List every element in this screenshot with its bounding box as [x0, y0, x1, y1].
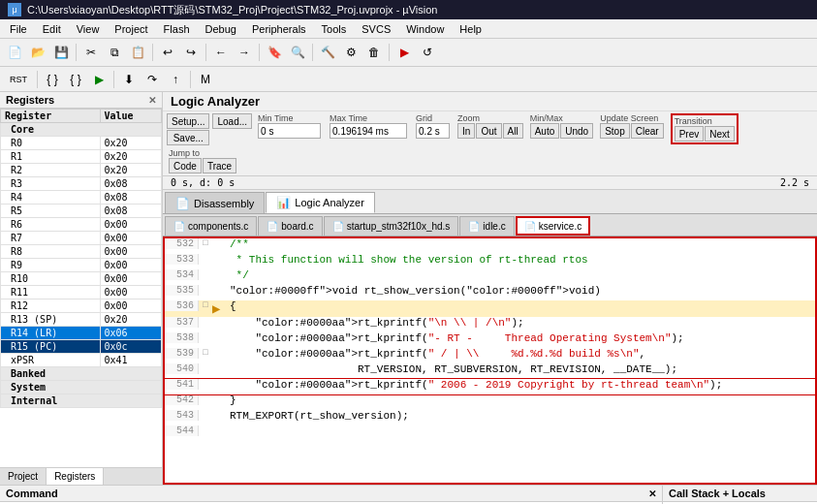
table-row[interactable]: R70x00 — [1, 232, 162, 245]
panel-tab-project[interactable]: Project — [0, 468, 47, 485]
tb-debug[interactable]: ▶ — [393, 42, 415, 63]
auto-button[interactable]: Auto — [530, 123, 560, 139]
tb-nav-fwd[interactable]: → — [234, 42, 255, 63]
tb-paste[interactable]: 📋 — [127, 42, 148, 63]
line-number: 539 — [165, 348, 199, 359]
tb-run[interactable]: ▶ — [88, 69, 110, 90]
line-code[interactable]: RT_VERSION, RT_SUBVERSION, RT_REVISION, … — [226, 363, 815, 375]
line-code[interactable]: } — [226, 394, 815, 406]
undo-button[interactable]: Undo — [560, 123, 593, 139]
tb-build[interactable]: 🔨 — [317, 42, 338, 63]
clear-button[interactable]: Clear — [631, 123, 664, 139]
line-code[interactable]: */ — [226, 269, 815, 281]
table-row: 539□ "color:#0000aa">rt_kprintf(" / | \\… — [165, 348, 815, 363]
table-row[interactable]: R100x00 — [1, 272, 162, 286]
tb-new[interactable]: 📄 — [4, 42, 25, 63]
doc-tab-startup[interactable]: 📄 startup_stm32f10x_hd.s — [324, 216, 459, 236]
reg-name: R15 (PC) — [1, 340, 101, 354]
table-row[interactable]: R10x20 — [1, 150, 162, 164]
line-code[interactable]: * This function will show the version of… — [226, 254, 815, 266]
menu-edit[interactable]: Edit — [35, 21, 69, 37]
line-code[interactable]: "color:#0000ff">void rt_show_version("co… — [226, 285, 815, 297]
next-button[interactable]: Next — [705, 126, 735, 142]
table-row[interactable]: R30x08 — [1, 177, 162, 191]
tb-cut[interactable]: ✂ — [80, 42, 102, 63]
table-row[interactable]: R60x00 — [1, 218, 162, 232]
code-content[interactable]: 532□/**533 * This function will show the… — [165, 238, 815, 483]
line-code[interactable]: "color:#0000aa">rt_kprintf(" / | \\ %d.%… — [226, 348, 815, 360]
tab-disassembly[interactable]: 📄 Disassembly — [165, 192, 265, 213]
tb-nav-back[interactable]: ← — [210, 42, 232, 63]
grid-input[interactable] — [416, 123, 450, 139]
doc-tab-components[interactable]: 📄 components.c — [165, 216, 257, 236]
save-button[interactable]: Save... — [167, 130, 209, 145]
table-row[interactable]: R20x20 — [1, 164, 162, 177]
line-code[interactable]: RTM_EXPORT(rt_show_version); — [226, 410, 815, 422]
doc-tab-board[interactable]: 📄 board.c — [258, 216, 322, 236]
stop-button[interactable]: Stop — [600, 123, 630, 139]
tb-rst[interactable]: RST — [4, 69, 33, 90]
line-marker: ▶ — [212, 300, 226, 317]
menu-svcs[interactable]: SVCS — [354, 21, 398, 37]
tb-step-out[interactable]: ↑ — [165, 69, 186, 90]
menu-project[interactable]: Project — [107, 21, 155, 37]
menu-view[interactable]: View — [69, 21, 108, 37]
max-time-input[interactable] — [330, 123, 407, 139]
menu-help[interactable]: Help — [452, 21, 489, 37]
tab-logic-analyzer[interactable]: 📊 Logic Analyzer — [266, 192, 375, 213]
setup-button[interactable]: Setup... — [167, 113, 209, 129]
line-code[interactable]: "color:#0000aa">rt_kprintf(" 2006 - 2019… — [226, 379, 815, 391]
table-row[interactable]: R13 (SP)0x20 — [1, 313, 162, 327]
zoom-all-button[interactable]: All — [503, 123, 523, 139]
tb-reset[interactable]: ↺ — [417, 42, 438, 63]
menu-tools[interactable]: Tools — [314, 21, 355, 37]
tb-brk2[interactable]: { } — [65, 69, 86, 90]
tb-step-over[interactable]: ↷ — [141, 69, 163, 90]
menu-window[interactable]: Window — [398, 21, 452, 37]
menu-flash[interactable]: Flash — [156, 21, 198, 37]
tb-save[interactable]: 💾 — [50, 42, 72, 63]
prev-button[interactable]: Prev — [675, 126, 705, 142]
code-button[interactable]: Code — [169, 158, 202, 173]
tb-clean[interactable]: 🗑 — [363, 42, 385, 63]
line-code[interactable]: /** — [226, 238, 815, 250]
table-row[interactable]: R120x00 — [1, 299, 162, 313]
tb-redo[interactable]: ↪ — [180, 42, 202, 63]
table-row[interactable]: R50x08 — [1, 205, 162, 218]
table-row[interactable]: R90x00 — [1, 259, 162, 272]
table-row[interactable]: xPSR0x41 — [1, 354, 162, 367]
table-row[interactable]: R40x08 — [1, 191, 162, 205]
table-row[interactable]: R15 (PC)0x0c — [1, 340, 162, 354]
tb-step-into[interactable]: ⬇ — [118, 69, 140, 90]
table-row[interactable]: R110x00 — [1, 286, 162, 299]
panel-tab-registers[interactable]: Registers — [47, 468, 104, 485]
tb-open[interactable]: 📂 — [27, 42, 48, 63]
min-time-input[interactable] — [258, 123, 321, 139]
registers-close[interactable]: ✕ — [148, 95, 156, 106]
tb-find[interactable]: 🔍 — [287, 42, 308, 63]
zoom-out-button[interactable]: Out — [476, 123, 501, 139]
line-code[interactable]: "color:#0000aa">rt_kprintf("\n \\ | /\n"… — [226, 317, 815, 329]
update-group: Update Screen Stop Clear — [600, 113, 663, 139]
table-row[interactable]: R80x00 — [1, 245, 162, 259]
menu-peripherals[interactable]: Peripherals — [244, 21, 314, 37]
tb-mem[interactable]: M — [195, 69, 216, 90]
load-button[interactable]: Load... — [212, 113, 252, 129]
zoom-in-button[interactable]: In — [457, 123, 475, 139]
menu-debug[interactable]: Debug — [198, 21, 244, 37]
doc-tab-kservice[interactable]: 📄 kservice.c — [516, 216, 590, 236]
tb-undo[interactable]: ↩ — [157, 42, 178, 63]
menu-file[interactable]: File — [2, 21, 35, 37]
reg-val: 0x20 — [100, 137, 161, 150]
tb-copy[interactable]: ⧉ — [104, 42, 125, 63]
line-code[interactable]: { — [226, 300, 815, 312]
table-row[interactable]: R14 (LR)0x06 — [1, 327, 162, 340]
line-code[interactable]: "color:#0000aa">rt_kprintf("- RT - Threa… — [226, 332, 815, 344]
tb-brk1[interactable]: { } — [42, 69, 63, 90]
tb-build-all[interactable]: ⚙ — [340, 42, 361, 63]
table-row[interactable]: R00x20 — [1, 137, 162, 150]
doc-tab-idle[interactable]: 📄 idle.c — [459, 216, 514, 236]
trace-button[interactable]: Trace — [203, 158, 236, 173]
command-close[interactable]: ✕ — [648, 488, 656, 499]
tb-bookmark[interactable]: 🔖 — [264, 42, 285, 63]
